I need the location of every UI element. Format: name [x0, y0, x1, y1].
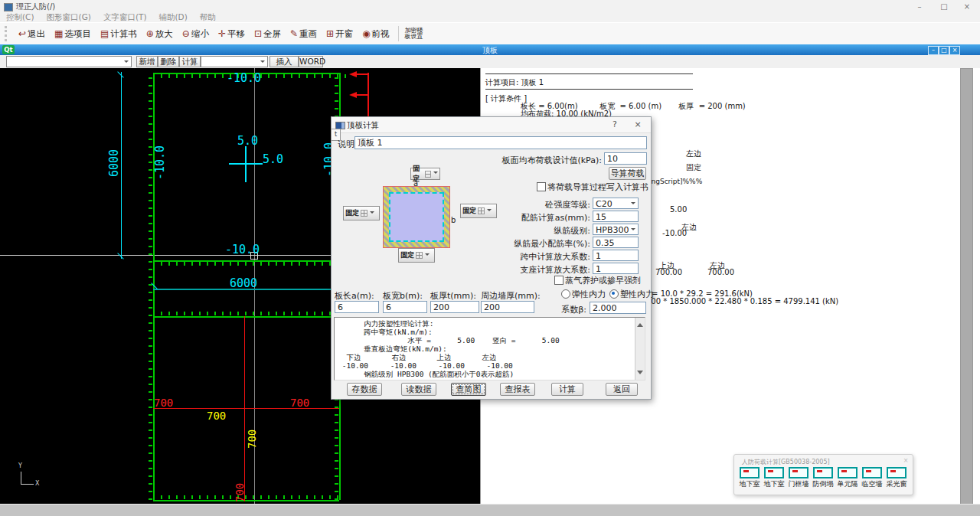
arrow-left-icon — [346, 92, 357, 98]
second-select[interactable] — [201, 56, 268, 67]
scroll-up-icon[interactable] — [637, 320, 643, 327]
scroll-down-icon[interactable] — [637, 371, 643, 377]
view-sketch-button[interactable]: 查简图 — [451, 383, 486, 396]
menu-graphic-window[interactable]: 图形窗口(G) — [47, 12, 91, 23]
result-box[interactable]: 内力按塑性理论计算: 跨中弯矩(kN.m/m): 水平 = 5.00 竖向 = … — [334, 317, 645, 380]
midspan-factor-label: 跨中计算放大系数: — [452, 251, 590, 263]
zoom-out-button[interactable]: ⊖ 缩小 — [178, 27, 213, 41]
insert-cad-button[interactable]: 插入CAD — [270, 56, 299, 67]
menu-assist[interactable]: 辅助(D) — [158, 12, 187, 23]
wall-hatch-mid1 — [153, 262, 339, 266]
dialog-titlebar[interactable]: 顶板计算 ? × — [332, 117, 651, 133]
report-frag: 700.00 — [707, 268, 734, 276]
calculate-button[interactable]: 计算 — [179, 56, 201, 67]
redraw-button[interactable]: ✎ 重画 — [286, 27, 321, 41]
write-calcbook-label: 将荷载导算过程写入计算书 — [547, 181, 648, 193]
load-input[interactable]: 10 — [604, 152, 647, 165]
support-factor-input[interactable]: 1 — [593, 263, 639, 274]
toolbar-grip[interactable] — [5, 26, 11, 41]
return-button[interactable]: 返回 — [606, 383, 638, 396]
steam-cure-checkbox[interactable] — [554, 276, 564, 285]
thk-input[interactable]: 200 — [430, 301, 479, 313]
midspan-factor-input[interactable]: 1 — [593, 250, 639, 261]
mdi-minimize-button[interactable]: – — [928, 46, 939, 55]
save-data-button[interactable]: 存数据 — [347, 383, 382, 396]
len-input[interactable]: 6 — [335, 301, 379, 313]
exit-button[interactable]: ↩ 退出 — [15, 27, 49, 41]
minimize-button[interactable]: – — [911, 2, 928, 11]
pan-button[interactable]: ✛ 平移 — [214, 27, 249, 41]
select-project-button[interactable]: ▦ 选项目 — [51, 27, 95, 41]
pan-icon: ✛ — [218, 29, 226, 38]
report-frag: 000 * 1850.000 * 22.480 * 0.185 = 4799.1… — [646, 297, 838, 305]
rebar-select[interactable]: HPB300 — [593, 224, 639, 235]
calc-button[interactable]: 计算 — [551, 383, 583, 396]
read-data-button[interactable]: 读数据 — [401, 383, 436, 396]
palette-close-button[interactable]: × — [902, 457, 910, 465]
calc-book-button[interactable]: ▤ 计算书 — [96, 27, 141, 41]
basement-button-2[interactable]: 地下室 — [762, 467, 786, 489]
as-input[interactable]: 15 — [593, 211, 639, 222]
mdi-close-button[interactable]: × — [949, 46, 960, 55]
mdi-restore-button[interactable]: □ — [939, 46, 949, 55]
skylight-icon — [887, 467, 906, 478]
desc-input[interactable]: 顶板 1 — [354, 136, 647, 149]
main-toolbar: ↩ 退出 ▦ 选项目 ▤ 计算书 ⊕ 放大 ⊖ 缩小 ✛ 平移 ⊡ 全屏 ✎ 重… — [0, 22, 980, 45]
dialog-close-button[interactable]: × — [632, 119, 643, 130]
word-button[interactable]: WORD — [299, 56, 323, 67]
menu-text-window[interactable]: 文字窗口(T) — [103, 12, 147, 23]
view-report-button[interactable]: 查报表 — [500, 383, 535, 396]
mdi-title: 顶板 — [0, 45, 980, 56]
report-scrollbar[interactable] — [960, 68, 973, 504]
support-icon — [361, 210, 368, 217]
ucs-x-label: X — [35, 480, 39, 487]
plastic-radio[interactable] — [609, 289, 619, 299]
zoom-in-button[interactable]: ⊕ 放大 — [142, 27, 177, 41]
dim-700h-line — [153, 408, 339, 409]
edge-left-select[interactable]: 固定 — [343, 206, 380, 220]
min-ratio-input[interactable]: 0.35 — [593, 237, 639, 248]
skylight-button[interactable]: 采光窗 — [884, 467, 909, 489]
menu-bar: 控制(C) 图形窗口(G) 文字窗口(T) 辅助(D) 帮助 — [0, 12, 980, 22]
open-window-button[interactable]: ⊞ 开窗 — [322, 27, 357, 41]
report-frag: 5.00 — [670, 205, 687, 214]
dialog-help-button[interactable]: ? — [609, 119, 620, 130]
concrete-select[interactable]: C20 — [593, 198, 639, 209]
open-window-icon: ⊞ — [326, 29, 334, 38]
restore-button[interactable]: □ — [936, 2, 952, 11]
support-icon — [425, 171, 431, 178]
as-label: 配筋计算as(mm): — [452, 212, 590, 224]
elastic-label: 弹性内力 — [572, 289, 606, 300]
wall-hatch-mid2 — [153, 312, 339, 315]
unit-partition-button[interactable]: 单元隔 — [835, 467, 860, 489]
toolbar-separator — [398, 26, 399, 41]
full-screen-button[interactable]: ⊡ 全屏 — [250, 27, 285, 41]
dim-6000h-label: 6000 — [230, 276, 257, 290]
wall-line-bottom — [153, 500, 339, 501]
ucs-y-axis — [21, 472, 21, 485]
close-button[interactable]: × — [959, 2, 975, 11]
door-frame-wall-button[interactable]: 门框墙 — [786, 467, 811, 489]
basement-button-1[interactable]: 地下室 — [737, 467, 762, 489]
write-calcbook-checkbox[interactable] — [537, 182, 546, 191]
edge-top-select[interactable]: 固定 — [410, 168, 440, 180]
status-bar — [0, 504, 980, 516]
slab-calc-dialog: 顶板计算 ? × t 说明 顶板 1 板面均布荷载设计值(kPa): 10 导算… — [331, 116, 652, 400]
result-scrollbar[interactable] — [635, 318, 645, 380]
encrypt-slab-settings-button[interactable]: 加密楼 板设置 — [403, 26, 426, 42]
delete-button[interactable]: 删除 — [158, 56, 179, 67]
beta-input[interactable]: 2.000 — [590, 302, 646, 314]
menu-help[interactable]: 帮助 — [200, 12, 216, 23]
front-view-button[interactable]: ◉ 前视 — [358, 27, 393, 41]
menu-control[interactable]: 控制(C) — [6, 12, 34, 23]
file-select[interactable]: 01 (&RF_0002.DAT) — [6, 56, 132, 67]
wid-input[interactable]: 6 — [383, 301, 427, 313]
edge-bottom-select[interactable]: 固定 — [398, 248, 435, 263]
blast-wall-button[interactable]: 临空墙 — [860, 467, 884, 489]
anti-collapse-button[interactable]: 防倒塌 — [811, 467, 835, 489]
chevron-down-icon — [124, 60, 129, 65]
front-view-icon: ◉ — [362, 29, 370, 38]
new-button[interactable]: 新增 — [136, 56, 158, 67]
elastic-radio[interactable] — [561, 289, 570, 299]
derive-load-button[interactable]: 导算荷载 — [609, 167, 646, 180]
